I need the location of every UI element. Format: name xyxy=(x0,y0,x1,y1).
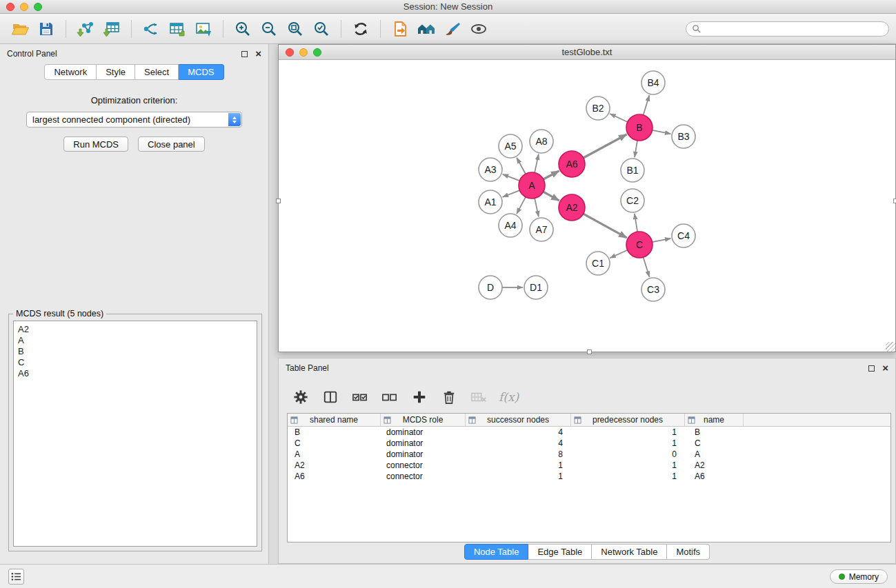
graph-edge-B-B2[interactable] xyxy=(610,114,628,122)
tab-edge-table[interactable]: Edge Table xyxy=(528,544,592,560)
graph-node-A3[interactable]: A3 xyxy=(479,158,502,181)
column-header-shared-name[interactable]: shared name xyxy=(288,414,381,426)
open-session-button[interactable] xyxy=(7,17,33,41)
home-networks-button[interactable] xyxy=(413,17,439,41)
graph-node-D1[interactable]: D1 xyxy=(524,276,548,299)
graph-edge-A-A7[interactable] xyxy=(535,199,539,217)
zoom-selected-button[interactable] xyxy=(308,17,335,41)
column-header-name[interactable]: name xyxy=(685,414,744,426)
show-panels-button[interactable] xyxy=(8,569,24,585)
graph-node-C3[interactable]: C3 xyxy=(641,278,665,301)
resize-grip[interactable] xyxy=(886,342,895,352)
graph-edge-A-A8[interactable] xyxy=(535,154,539,173)
close-network-window-icon[interactable] xyxy=(286,48,294,57)
memory-button[interactable]: Memory xyxy=(830,569,888,584)
graph-edge-A-A5[interactable] xyxy=(517,158,526,174)
table-row[interactable]: Bdominator41B xyxy=(288,427,890,438)
float-panel-icon[interactable] xyxy=(241,51,248,57)
minimize-window-icon[interactable] xyxy=(20,3,28,11)
mcds-result-item[interactable]: A2 xyxy=(18,324,252,335)
graph-edge-C-C2[interactable] xyxy=(635,214,637,232)
network-window-titlebar[interactable]: testGlobe.txt xyxy=(279,45,895,60)
zoom-in-button[interactable] xyxy=(230,17,256,41)
zoom-out-button[interactable] xyxy=(256,17,282,41)
column-header-predecessor-nodes[interactable]: predecessor nodes xyxy=(571,414,685,426)
new-network-button[interactable] xyxy=(138,17,164,41)
style-brush-button[interactable] xyxy=(439,17,466,41)
column-header-mcds-role[interactable]: MCDS role xyxy=(381,414,466,426)
graph-edge-A-A1[interactable] xyxy=(503,190,520,197)
column-header-successor-nodes[interactable]: successor nodes xyxy=(466,414,571,426)
graph-edge-C-C3[interactable] xyxy=(644,257,650,277)
float-table-panel-icon[interactable] xyxy=(868,365,875,372)
gear-button[interactable] xyxy=(291,387,310,407)
export-image-button[interactable] xyxy=(190,17,217,41)
resize-handle-left[interactable] xyxy=(276,199,281,203)
graph-node-D[interactable]: D xyxy=(479,276,502,299)
run-mcds-button[interactable]: Run MCDS xyxy=(63,136,128,152)
graph-node-A1[interactable]: A1 xyxy=(479,190,502,214)
tab-mcds[interactable]: MCDS xyxy=(179,64,223,80)
mcds-result-item[interactable]: C xyxy=(18,357,252,368)
graph-edge-A-A4[interactable] xyxy=(517,197,526,214)
close-table-panel-icon[interactable]: × xyxy=(882,365,888,372)
graph-edge-B-B1[interactable] xyxy=(635,141,637,157)
zoom-window-icon[interactable] xyxy=(34,3,42,11)
duplicate-page-button[interactable] xyxy=(387,17,413,41)
table-row[interactable]: Adominator80A xyxy=(288,449,890,460)
tab-style[interactable]: Style xyxy=(97,64,135,80)
graph-node-B3[interactable]: B3 xyxy=(672,125,695,148)
import-network-file-button[interactable] xyxy=(72,17,99,41)
add-column-button[interactable] xyxy=(410,387,429,407)
tab-network[interactable]: Network xyxy=(44,64,97,80)
table-row[interactable]: Cdominator41C xyxy=(288,438,890,449)
delete-table-button[interactable] xyxy=(469,387,488,407)
refresh-button[interactable] xyxy=(348,17,374,41)
graph-edge-A-A2[interactable] xyxy=(544,192,559,201)
graph-edge-B-B3[interactable] xyxy=(653,130,671,134)
graph-edge-B-B4[interactable] xyxy=(644,95,650,115)
eye-button[interactable] xyxy=(466,17,492,41)
deselect-all-button[interactable] xyxy=(380,387,399,407)
optimization-criterion-select[interactable]: largest connected component (directed) xyxy=(26,112,242,128)
delete-column-button[interactable] xyxy=(439,387,459,407)
minimize-network-window-icon[interactable] xyxy=(299,48,308,57)
new-table-button[interactable] xyxy=(164,17,190,41)
mcds-result-list[interactable]: A2ABCA6 xyxy=(13,321,257,547)
mcds-result-item[interactable]: B xyxy=(18,346,252,357)
graph-edge-C-C4[interactable] xyxy=(653,239,671,242)
node-table[interactable]: shared name MCDS role successor nodes pr… xyxy=(287,413,891,543)
graph-node-C2[interactable]: C2 xyxy=(621,189,644,212)
mcds-result-item[interactable]: A xyxy=(18,335,252,346)
graph-node-A[interactable]: A xyxy=(519,172,545,199)
graph-node-A8[interactable]: A8 xyxy=(530,130,553,153)
search-box[interactable] xyxy=(686,21,889,37)
zoom-network-window-icon[interactable] xyxy=(313,48,321,57)
graph-edge-A-A3[interactable] xyxy=(503,174,520,181)
graph-node-A6[interactable]: A6 xyxy=(559,151,585,177)
select-all-button[interactable] xyxy=(350,387,370,407)
close-panel-icon[interactable]: × xyxy=(255,50,261,57)
graph-edge-C-C1[interactable] xyxy=(610,250,627,258)
graph-node-C[interactable]: C xyxy=(626,232,653,258)
search-input[interactable] xyxy=(704,24,883,34)
graph-node-B1[interactable]: B1 xyxy=(621,159,644,182)
graph-node-A5[interactable]: A5 xyxy=(499,134,522,158)
mcds-result-item[interactable]: A6 xyxy=(18,368,252,379)
graph-node-A4[interactable]: A4 xyxy=(499,214,522,237)
resize-handle-bottom[interactable] xyxy=(587,349,592,354)
resize-handle-right[interactable] xyxy=(893,199,896,203)
import-table-file-button[interactable] xyxy=(99,17,125,41)
graph-node-A7[interactable]: A7 xyxy=(530,218,553,241)
close-panel-button[interactable]: Close panel xyxy=(138,136,205,152)
graph-node-B[interactable]: B xyxy=(626,114,653,141)
graph-edge-A2-C[interactable] xyxy=(584,214,627,238)
close-window-icon[interactable] xyxy=(6,3,14,11)
save-session-button[interactable] xyxy=(33,17,59,41)
graph-edge-A-A6[interactable] xyxy=(544,171,559,179)
graph-edge-A6-B[interactable] xyxy=(584,134,627,158)
table-row[interactable]: A2connector11A2 xyxy=(288,460,890,471)
columns-button[interactable] xyxy=(321,387,340,407)
network-canvas[interactable]: B4B2BB3A5A8A6B1A3AC2A1A2A4A7C4CC1C3DD1 xyxy=(279,60,895,352)
function-builder-button[interactable]: f(x) xyxy=(499,387,519,407)
